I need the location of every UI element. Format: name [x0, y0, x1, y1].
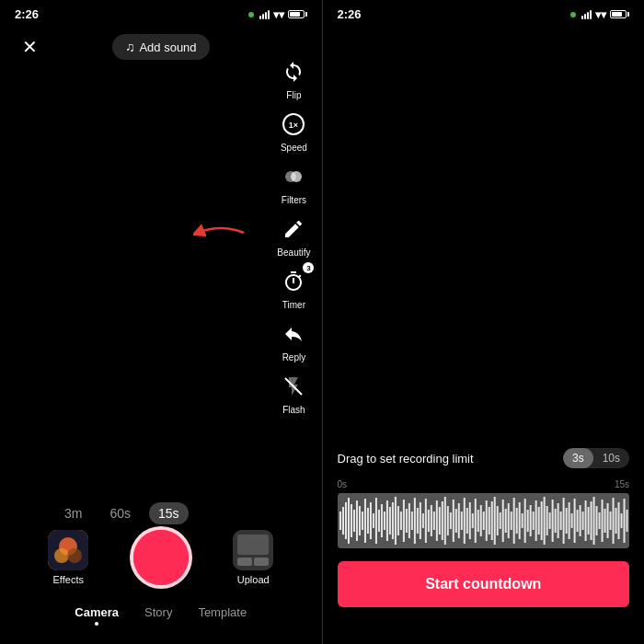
svg-rect-79 — [518, 502, 520, 539]
wifi-icon: ▾▾ — [273, 8, 284, 21]
svg-rect-12 — [254, 558, 269, 566]
close-button[interactable]: ✕ — [15, 32, 44, 62]
right-time: 2:26 — [338, 7, 362, 21]
svg-rect-14 — [339, 512, 340, 530]
signal-bar-2 — [262, 14, 264, 19]
svg-rect-90 — [548, 512, 550, 529]
svg-rect-117 — [623, 499, 625, 543]
svg-rect-19 — [352, 510, 354, 532]
svg-point-7 — [54, 548, 69, 563]
upload-button[interactable]: Upload — [233, 530, 273, 585]
svg-rect-24 — [366, 508, 368, 534]
svg-rect-84 — [532, 512, 534, 530]
time-opt-10s[interactable]: 10s — [593, 448, 629, 468]
svg-rect-21 — [358, 506, 360, 535]
effects-button[interactable]: Effects — [48, 530, 88, 585]
timer-icon-item[interactable]: 3 Timer — [277, 265, 310, 310]
duration-3m[interactable]: 3m — [55, 502, 91, 524]
reply-label: Reply — [282, 352, 306, 362]
beautify-icon-item[interactable]: Beautify — [277, 213, 310, 258]
svg-rect-49 — [435, 500, 437, 541]
svg-rect-60 — [466, 508, 467, 534]
svg-rect-77 — [512, 498, 514, 544]
upload-label: Upload — [237, 574, 270, 585]
nav-camera[interactable]: Camera — [75, 605, 119, 626]
duration-15s[interactable]: 15s — [149, 502, 189, 524]
svg-rect-104 — [587, 507, 589, 535]
svg-rect-15 — [341, 507, 343, 535]
svg-rect-85 — [535, 500, 536, 541]
time-opt-3s[interactable]: 3s — [563, 448, 593, 468]
effects-thumbnail — [48, 530, 88, 570]
flip-label: Flip — [286, 90, 301, 100]
svg-rect-116 — [620, 513, 622, 528]
add-sound-button[interactable]: ♫ Add sound — [112, 34, 210, 60]
svg-rect-58 — [460, 512, 462, 530]
battery-icon — [288, 10, 307, 18]
right-battery-icon — [610, 10, 629, 18]
nav-template-label: Template — [198, 605, 247, 619]
svg-rect-100 — [576, 510, 578, 532]
svg-rect-81 — [523, 499, 525, 543]
svg-rect-67 — [485, 500, 487, 541]
record-button[interactable] — [130, 526, 192, 589]
right-green-dot — [570, 12, 576, 17]
svg-rect-33 — [391, 502, 393, 539]
svg-rect-89 — [546, 506, 547, 535]
recording-limit-row: Drag to set recording limit 3s 10s — [323, 437, 645, 476]
svg-rect-48 — [432, 512, 434, 530]
svg-rect-115 — [617, 502, 619, 539]
nav-camera-dot — [95, 622, 98, 626]
svg-rect-92 — [554, 509, 556, 533]
svg-rect-82 — [526, 510, 528, 532]
svg-rect-103 — [584, 500, 586, 541]
svg-rect-57 — [457, 503, 459, 538]
timer-icon: 3 — [277, 265, 310, 298]
svg-rect-18 — [350, 504, 351, 537]
svg-rect-71 — [496, 506, 498, 535]
left-panel: 2:26 ▾▾ ✕ ♫ Add sound — [0, 0, 322, 644]
svg-rect-88 — [543, 497, 545, 545]
svg-rect-73 — [501, 500, 503, 542]
svg-rect-66 — [482, 512, 484, 530]
filters-icon-item[interactable]: Filters — [277, 160, 310, 205]
recording-limit-label: Drag to set recording limit — [338, 452, 474, 466]
svg-rect-108 — [598, 512, 600, 529]
svg-rect-40 — [410, 512, 412, 530]
nav-template[interactable]: Template — [198, 605, 247, 626]
flip-icon-item[interactable]: Flip — [277, 55, 310, 100]
duration-60s[interactable]: 60s — [100, 502, 140, 524]
svg-rect-78 — [515, 508, 517, 534]
svg-rect-96 — [565, 508, 567, 534]
svg-rect-26 — [372, 513, 374, 528]
svg-rect-93 — [557, 503, 558, 538]
beautify-label: Beautify — [277, 247, 310, 258]
flash-icon-item[interactable]: Flash — [277, 370, 310, 415]
signal-bar-3 — [265, 12, 267, 19]
flip-icon — [277, 55, 310, 88]
svg-rect-50 — [438, 507, 440, 535]
svg-rect-76 — [510, 512, 512, 530]
svg-rect-45 — [424, 499, 426, 543]
reply-icon-item[interactable]: Reply — [277, 317, 310, 362]
speed-icon-item[interactable]: 1× Speed — [277, 108, 310, 153]
timer-badge: 3 — [303, 262, 314, 273]
svg-rect-10 — [237, 535, 269, 555]
nav-story[interactable]: Story — [144, 605, 172, 626]
svg-rect-68 — [488, 507, 489, 535]
svg-rect-27 — [374, 498, 376, 544]
svg-rect-41 — [413, 498, 415, 544]
svg-rect-44 — [421, 513, 423, 528]
upload-thumbnail — [233, 530, 273, 570]
right-status-icons: ▾▾ — [569, 8, 629, 21]
track-container: 0s 15s — [323, 479, 645, 548]
start-countdown-button[interactable]: Start countdown — [338, 561, 630, 607]
svg-rect-107 — [595, 506, 597, 535]
svg-rect-64 — [477, 510, 478, 532]
svg-rect-75 — [507, 503, 509, 538]
svg-rect-56 — [454, 509, 456, 533]
svg-rect-111 — [606, 503, 608, 538]
bottom-spacer — [323, 607, 645, 644]
waveform-track[interactable] — [338, 493, 630, 548]
svg-rect-29 — [380, 504, 382, 537]
